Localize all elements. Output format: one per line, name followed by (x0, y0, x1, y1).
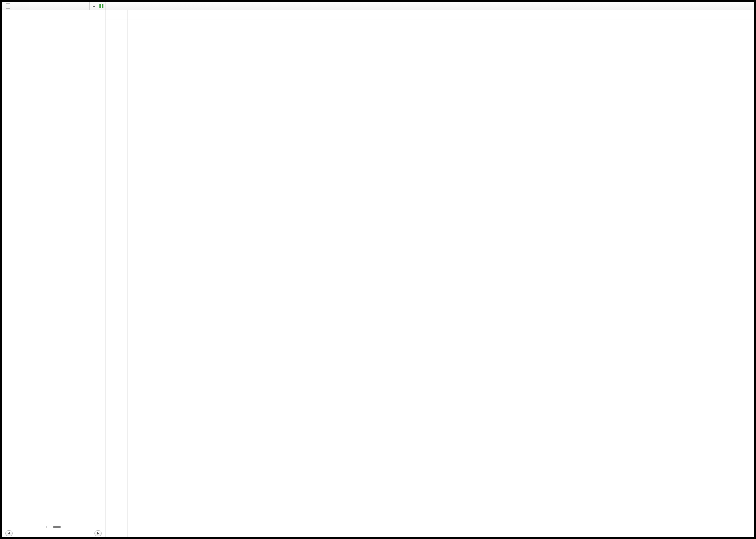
svg-rect-9 (102, 6, 103, 8)
hours-tabs (2, 524, 105, 530)
col-header-type[interactable] (14, 2, 30, 10)
time-gutter (105, 19, 127, 537)
next-month-button[interactable] (94, 530, 102, 536)
app-window (2, 2, 754, 537)
schedule-grid[interactable] (105, 19, 754, 537)
day-columns (127, 19, 754, 537)
resource-list (2, 10, 105, 524)
prev-month-button[interactable] (5, 530, 13, 536)
col-header-note[interactable] (2, 2, 14, 10)
day-header-row (105, 10, 754, 19)
schedule-view (105, 2, 754, 537)
svg-rect-6 (99, 4, 101, 6)
schedule-header (105, 2, 754, 10)
month-nav (2, 530, 105, 537)
time-gutter-header (105, 10, 127, 19)
col-header-resource[interactable] (30, 2, 90, 10)
sidebar-header (2, 2, 105, 10)
sidebar (2, 2, 105, 537)
tab-normal-hours[interactable] (46, 526, 53, 528)
filter-icon[interactable] (91, 4, 96, 8)
svg-rect-8 (99, 6, 101, 8)
tab-extra-off-hours[interactable] (53, 526, 61, 528)
col-header-actions (90, 2, 105, 10)
schedule-icon[interactable] (99, 4, 104, 8)
svg-rect-7 (102, 4, 103, 6)
calendar-panel (2, 524, 105, 537)
